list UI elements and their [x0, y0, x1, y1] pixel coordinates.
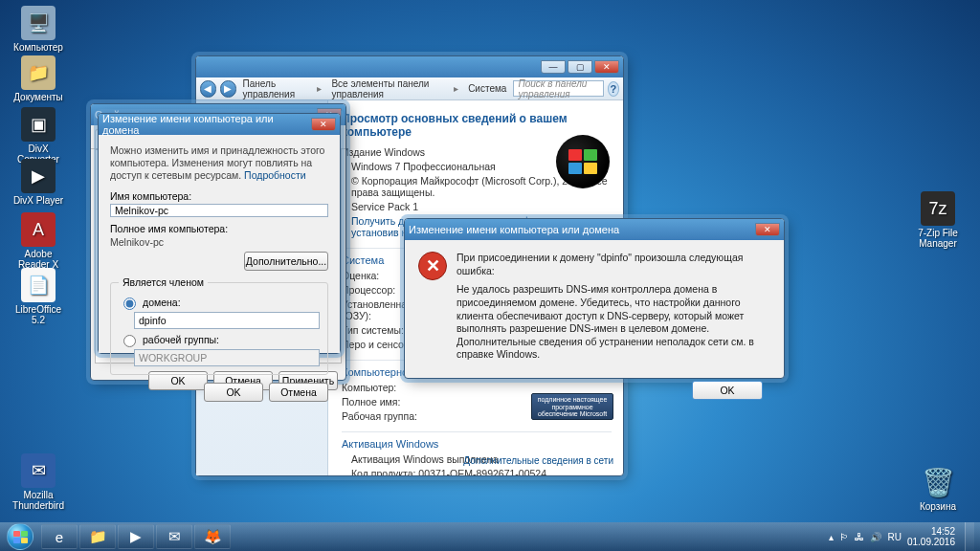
desktop-icon-label: Adobe Reader X — [8, 249, 69, 270]
desktop-icon-label: Документы — [8, 92, 69, 102]
taskbar-pin-ie[interactable]: e — [41, 524, 78, 549]
chevron-right-icon: ▸ — [314, 83, 324, 94]
breadcrumb-item[interactable]: Панель управления — [240, 78, 311, 99]
desktop-icon-label: Компьютер — [8, 42, 69, 53]
ok-button[interactable]: OK — [204, 383, 263, 402]
desktop-icon-recycle-bin[interactable]: 🗑️Корзина — [907, 465, 969, 512]
error-titlebar[interactable]: Изменение имени компьютера или домена ✕ — [405, 219, 784, 240]
desktop-icon-label: Mozilla Thunderbird — [8, 490, 69, 511]
start-button[interactable] — [0, 522, 40, 551]
error-line-1: При присоединении к домену "dpinfo" прои… — [457, 252, 770, 277]
desktop-icon-documents[interactable]: 📁Документы — [8, 55, 69, 102]
details-link[interactable]: Подробности — [244, 169, 306, 181]
close-button[interactable]: ✕ — [594, 60, 619, 74]
address-bar: ◀ ▶ Панель управления ▸ Все элементы пан… — [196, 77, 623, 100]
error-icon: ✕ — [418, 252, 447, 280]
activation-section-header: Активация Windows — [342, 431, 612, 450]
desktop-icon-label: 7-Zip File Manager — [907, 228, 969, 249]
additional-button[interactable]: Дополнительно... — [244, 252, 328, 271]
close-button[interactable]: ✕ — [311, 118, 336, 131]
tray-volume-icon[interactable]: 🔊 — [870, 532, 881, 542]
chevron-right-icon: ▸ — [451, 83, 461, 94]
computer-name-label: Имя компьютера: — [110, 190, 328, 202]
desktop-icon-label: DivX Player — [8, 195, 69, 206]
taskbar: e 📁 ▶ ✉ 🦊 ▴ 🏳 🖧 🔊 RU 14:52 01.09.2016 — [0, 522, 980, 551]
member-of-legend: Является членом — [119, 276, 208, 288]
breadcrumb-item[interactable]: Система — [465, 83, 509, 94]
workgroup-radio-label: рабочей группы: — [143, 334, 219, 345]
desktop-icon-7zip[interactable]: 7z7-Zip File Manager — [907, 191, 969, 249]
tray-language[interactable]: RU — [887, 532, 901, 542]
domain-input[interactable] — [134, 312, 320, 329]
taskbar-pin-firefox[interactable]: 🦊 — [194, 524, 231, 549]
service-pack: Service Pack 1 — [342, 201, 612, 212]
domain-radio[interactable] — [123, 298, 136, 310]
workgroup-radio[interactable] — [123, 335, 136, 347]
system-tray: ▴ 🏳 🖧 🔊 RU 14:52 01.09.2016 — [829, 526, 959, 547]
error-dialog: Изменение имени компьютера или домена ✕ … — [404, 218, 785, 379]
name-dialog-titlebar[interactable]: Изменение имени компьютера или домена ✕ — [99, 114, 340, 135]
full-name-label: Полное имя компьютера: — [110, 223, 328, 234]
help-button[interactable]: ? — [608, 81, 619, 97]
row-label: Рабочая группа: — [342, 410, 457, 422]
page-title: Просмотр основных сведений о вашем компь… — [342, 112, 612, 139]
workgroup-input — [134, 349, 320, 366]
dialog-note: Можно изменить имя и принадлежность этог… — [110, 144, 328, 182]
search-input[interactable]: Поиск в панели управления — [513, 80, 603, 97]
product-key: Код продукта: 00371-OEM-8992671-00524 — [342, 468, 612, 475]
tray-expand-icon[interactable]: ▴ — [829, 532, 834, 542]
tray-network-icon[interactable]: 🖧 — [855, 532, 864, 542]
desktop-icon-divx-converter[interactable]: ▣DivX Converter — [8, 107, 69, 165]
full-name-value: Melnikov-pc — [110, 236, 328, 248]
breadcrumb-item[interactable]: Все элементы панели управления — [328, 78, 447, 99]
back-button[interactable]: ◀ — [200, 80, 216, 98]
cancel-button[interactable]: Отмена — [269, 383, 328, 402]
desktop-icon-adobe-reader[interactable]: AAdobe Reader X — [8, 212, 69, 270]
close-button[interactable]: ✕ — [755, 223, 780, 236]
error-text: При присоединении к домену "dpinfo" прои… — [457, 252, 770, 367]
tray-flag-icon[interactable]: 🏳 — [839, 532, 849, 542]
desktop-icon-thunderbird[interactable]: ✉Mozilla Thunderbird — [8, 453, 69, 511]
desktop-icon-divx-player[interactable]: ▶DivX Player — [8, 159, 69, 206]
show-desktop-button[interactable] — [965, 522, 974, 551]
tray-date: 01.09.2016 — [907, 537, 955, 547]
computer-name-input[interactable] — [110, 204, 328, 217]
domain-radio-label: домена: — [143, 297, 181, 308]
taskbar-pin-wmp[interactable]: ▶ — [118, 524, 154, 549]
desktop-icon-computer[interactable]: 🖥️Компьютер — [8, 6, 69, 53]
tray-time: 14:52 — [907, 526, 955, 537]
more-info-link[interactable]: Дополнительные сведения в сети — [463, 455, 613, 466]
window-title: Изменение имени компьютера или домена — [102, 113, 311, 136]
system-window-titlebar[interactable]: — ▢ ✕ — [196, 56, 623, 77]
ok-button[interactable]: OK — [692, 381, 763, 400]
maximize-button[interactable]: ▢ — [568, 60, 592, 74]
desktop-icon-label: Корзина — [907, 501, 969, 512]
tray-clock[interactable]: 14:52 01.09.2016 — [907, 526, 955, 547]
taskbar-pin-explorer[interactable]: 📁 — [79, 524, 116, 549]
windows-logo-icon — [556, 135, 610, 188]
window-title: Изменение имени компьютера или домена — [409, 224, 755, 235]
forward-button[interactable]: ▶ — [220, 80, 236, 98]
desktop-icon-label: LibreOffice 5.2 — [8, 304, 69, 325]
error-line-2: Не удалось разрешить DNS-имя контроллера… — [457, 283, 770, 362]
minimize-button[interactable]: — — [541, 60, 566, 74]
member-of-group: Является членом домена: рабочей группы: — [110, 276, 328, 375]
desktop-icon-libreoffice[interactable]: 📄LibreOffice 5.2 — [8, 268, 69, 325]
name-domain-dialog: Изменение имени компьютера или домена ✕ … — [98, 113, 341, 354]
taskbar-pin-thunderbird[interactable]: ✉ — [156, 524, 192, 549]
